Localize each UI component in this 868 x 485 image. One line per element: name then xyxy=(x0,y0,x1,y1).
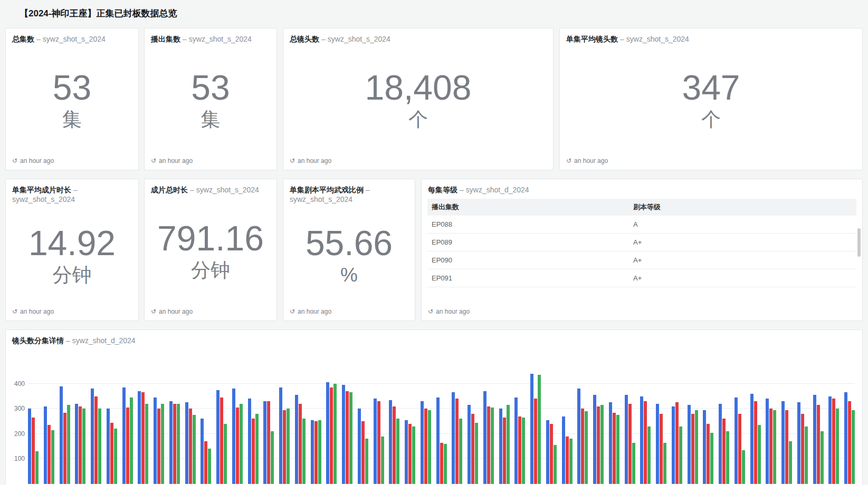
bar-green xyxy=(710,433,713,484)
table-column-header-episode[interactable]: 播出集数 xyxy=(427,199,629,216)
bar-group xyxy=(562,371,573,484)
panel-title[interactable]: 单集平均镜头数–sywz_shot_s_2024 xyxy=(560,28,862,44)
table-cell-grade: A+ xyxy=(629,269,856,287)
bar-group xyxy=(766,371,776,484)
panel-footer: ↺ an hour ago xyxy=(283,308,415,321)
bar-blue xyxy=(499,409,502,484)
bar-group xyxy=(514,371,525,484)
panel-title-separator: – xyxy=(66,336,70,345)
bar-red xyxy=(769,409,772,484)
panel-title[interactable]: 单集剧本平均武戏比例–sywz_shot_s_2024 xyxy=(283,179,415,204)
bar-blue xyxy=(530,374,533,484)
bar-blue xyxy=(577,389,580,484)
panel-title-source: sywz_shot_s_2024 xyxy=(290,195,352,203)
bar-blue xyxy=(405,420,408,484)
bar-red xyxy=(660,414,663,484)
stat-panel-avg-action-ratio: 单集剧本平均武戏比例–sywz_shot_s_2024 55.66 % ↺ an… xyxy=(283,179,415,321)
bar-blue xyxy=(279,387,282,484)
panel-title[interactable]: 每集等级–sywz_shot_d_2024 xyxy=(422,179,862,195)
bar-green xyxy=(365,439,368,484)
table-row: EP090 A+ xyxy=(427,251,856,269)
table-column-header-grade[interactable]: 剧本等级 xyxy=(629,199,856,216)
table-scrollbar[interactable] xyxy=(857,228,861,257)
table-row: EP091 A+ xyxy=(427,269,856,287)
bar-blue xyxy=(546,420,549,484)
panel-title[interactable]: 总集数–sywz_shot_s_2024 xyxy=(6,28,138,44)
bar-group xyxy=(279,371,290,484)
bar-green xyxy=(616,415,619,484)
bar-green xyxy=(193,415,196,484)
bar-blue xyxy=(514,397,518,484)
panel-title-separator: – xyxy=(73,186,78,194)
history-icon: ↺ xyxy=(151,308,156,315)
updated-text: an hour ago xyxy=(436,308,470,315)
stat-body: 347 个 xyxy=(560,44,862,157)
bar-blue xyxy=(750,394,753,484)
episode-grade-table: 播出集数 剧本等级 EP088 A EP089 A+ EP090 A+ xyxy=(422,195,862,308)
bar-group xyxy=(688,371,698,484)
panel-title-separator: – xyxy=(183,35,187,43)
panel-title[interactable]: 播出集数–sywz_shot_s_2024 xyxy=(145,28,276,44)
bar-green xyxy=(726,431,729,484)
bar-green xyxy=(491,408,494,484)
bar-group xyxy=(483,371,494,484)
bar-group xyxy=(358,371,368,484)
bar-green xyxy=(444,444,447,484)
bar-group xyxy=(703,371,713,484)
panel-title-separator: – xyxy=(321,35,326,43)
bar-group xyxy=(405,371,415,484)
panel-footer: ↺ an hour ago xyxy=(145,308,276,321)
bar-group xyxy=(797,371,808,484)
bar-blue xyxy=(216,390,220,484)
bar-green xyxy=(459,419,462,484)
bar-group xyxy=(750,371,761,484)
history-icon: ↺ xyxy=(428,308,433,315)
panel-title-source: sywz_shot_d_2024 xyxy=(466,186,529,194)
bar-group xyxy=(625,371,635,484)
bar-green xyxy=(569,439,573,484)
bar-group xyxy=(216,371,227,484)
bar-green xyxy=(35,451,39,484)
bar-red xyxy=(487,406,490,484)
y-axis-tick-label: 200 xyxy=(9,430,25,438)
panel-title[interactable]: 单集平均成片时长–sywz_shot_s_2024 xyxy=(6,179,138,204)
history-icon: ↺ xyxy=(290,158,295,164)
stat-value: 791.16 xyxy=(157,220,264,257)
panel-title[interactable]: 总镜头数–sywz_shot_s_2024 xyxy=(283,28,553,44)
bar-green xyxy=(67,405,70,484)
bar-group xyxy=(499,371,510,484)
bar-red xyxy=(141,392,145,484)
bar-red xyxy=(330,387,333,484)
stat-unit: 集 xyxy=(62,108,82,131)
stat-panel-total-runtime: 成片总时长–sywz_shot_s_2024 791.16 分钟 ↺ an ho… xyxy=(144,179,277,321)
bar-red xyxy=(801,414,804,484)
bar-blue xyxy=(483,391,487,484)
bar-green xyxy=(554,445,557,484)
bar-red xyxy=(832,399,835,484)
bar-group xyxy=(232,371,243,484)
stat-panel-avg-shots-per-episode: 单集平均镜头数–sywz_shot_s_2024 347 个 ↺ an hour… xyxy=(559,28,863,170)
bar-green xyxy=(412,426,415,484)
bar-green xyxy=(663,443,666,484)
stat-value: 55.66 xyxy=(306,225,393,261)
panel-title[interactable]: 镜头数分集详情–sywz_shot_d_2024 xyxy=(6,330,862,345)
bar-group xyxy=(844,371,855,484)
stat-unit: 个 xyxy=(701,108,721,131)
panel-title[interactable]: 成片总时长–sywz_shot_s_2024 xyxy=(145,179,276,195)
bar-blue xyxy=(169,401,173,484)
bar-group xyxy=(389,371,399,484)
bar-group xyxy=(813,371,824,484)
bar-red xyxy=(377,401,380,484)
bar-group xyxy=(421,371,431,484)
bar-group xyxy=(122,371,133,484)
bar-group xyxy=(640,371,651,484)
bar-blue xyxy=(703,410,706,484)
bar-blue xyxy=(735,397,738,484)
bar-blue xyxy=(562,416,565,484)
bar-blue xyxy=(421,401,424,484)
bar-red xyxy=(597,406,600,484)
bar-group xyxy=(138,371,148,484)
bar-green xyxy=(82,409,85,484)
bar-blue xyxy=(342,385,345,484)
history-icon: ↺ xyxy=(290,308,295,315)
